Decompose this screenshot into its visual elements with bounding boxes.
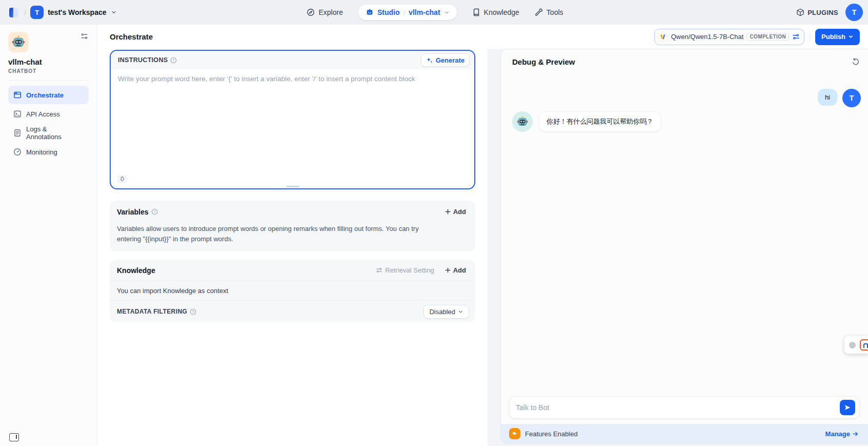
knowledge-description: You can import Knowledge as context (110, 281, 475, 300)
arrow-right-icon (852, 431, 859, 437)
add-variable-button[interactable]: Add (441, 206, 469, 218)
assistant-message-bubble: 你好！有什么问题我可以帮助你吗？ (539, 111, 661, 132)
nav-right: PLUGINS T (563, 4, 863, 21)
add-knowledge-button[interactable]: Add (441, 264, 469, 276)
info-icon[interactable]: ? (151, 208, 158, 215)
add-label: Add (453, 208, 466, 216)
chevron-down-icon[interactable] (111, 9, 117, 15)
monitoring-icon (13, 148, 22, 156)
workspace-name[interactable]: test's Workspace (48, 8, 106, 16)
dify-logo-icon[interactable] (7, 6, 20, 19)
sidebar-item-label: API Access (26, 110, 60, 118)
model-name: Qwen/Qwen1.5-7B-Chat (671, 33, 744, 41)
explore-icon (307, 8, 315, 16)
user-message-bubble: hi (818, 89, 837, 106)
widget-dot-icon (849, 342, 856, 348)
sliders-icon[interactable] (792, 33, 800, 41)
instructions-input[interactable] (111, 69, 474, 188)
character-count: 0 (117, 175, 128, 183)
chevron-down-icon[interactable] (444, 10, 450, 15)
robot-icon (366, 8, 374, 16)
window-icon (13, 91, 22, 99)
chat-message-assistant: 你好！有什么问题我可以帮助你吗？ (512, 111, 861, 132)
bot-avatar (512, 111, 533, 132)
metadata-filtering-title: METADATA FILTERING (117, 308, 187, 315)
nav-item-label: Knowledge (484, 8, 519, 16)
resize-handle[interactable] (286, 186, 299, 187)
send-button[interactable] (840, 400, 855, 415)
orchestrate-config-column: INSTRUCTIONS ? Generate (97, 49, 488, 446)
debug-zone: Debug & Preview hi T (488, 49, 868, 446)
send-icon (844, 404, 851, 411)
chat-message-user: hi T (512, 89, 861, 107)
instructions-title: INSTRUCTIONS (118, 56, 168, 64)
collapse-sidebar-icon[interactable] (9, 433, 19, 441)
nav-separator: / (24, 8, 26, 17)
knowledge-panel: Knowledge Retrieval Setting (110, 260, 475, 322)
app-name: vllm-chat (8, 57, 89, 66)
metadata-filtering-value: Disabled (429, 308, 455, 316)
nav-left: / T test's Workspace (7, 6, 307, 19)
model-selector[interactable]: Qwen/Qwen1.5-7B-Chat COMPLETION (654, 29, 804, 45)
chat-area: hi T (501, 69, 868, 396)
top-nav: / T test's Workspace Explore Studio / vl (0, 0, 868, 25)
nav-current-app[interactable]: vllm-chat (409, 8, 440, 16)
manage-label: Manage (825, 430, 850, 438)
chat-input[interactable] (516, 403, 840, 412)
instructions-panel: INSTRUCTIONS ? Generate (110, 50, 475, 189)
variables-description: Variables allow users to introduce promp… (110, 220, 442, 244)
nav-item-studio[interactable]: Studio / vllm-chat (358, 5, 457, 20)
features-icon (509, 428, 520, 439)
sidebar-item-logs-annotations[interactable]: Logs & Annotations (8, 124, 89, 142)
breadcrumb-separator: / (403, 9, 405, 16)
add-label: Add (453, 266, 466, 274)
plugins-label: PLUGINS (808, 9, 838, 16)
knowledge-book-icon (472, 8, 480, 16)
variables-panel: Variables ? Add Variables allow u (110, 201, 475, 251)
main-area: Orchestrate Qwen/Qwen1.5-7B-Chat COMPLET… (97, 25, 868, 446)
sidebar: vllm-chat CHATBOT Orchestrate API Access… (0, 25, 97, 446)
retrieval-setting-button[interactable]: Retrieval Setting (376, 266, 434, 274)
retrieval-setting-label: Retrieval Setting (385, 266, 434, 274)
plugins-box-icon (796, 8, 804, 16)
generate-button[interactable]: Generate (421, 53, 470, 67)
floating-extension-widget[interactable] (844, 336, 868, 354)
metadata-filtering-row: METADATA FILTERING ? Disabled (110, 301, 475, 322)
knowledge-title: Knowledge (117, 266, 155, 275)
plus-icon (445, 267, 451, 274)
nav-item-label: Explore (318, 8, 342, 16)
app-icon[interactable] (8, 32, 29, 52)
metadata-filtering-select[interactable]: Disabled (423, 305, 469, 319)
divider (810, 33, 810, 41)
nav-item-knowledge[interactable]: Knowledge (472, 8, 519, 16)
user-avatar[interactable]: T (845, 4, 863, 21)
sidebar-item-monitoring[interactable]: Monitoring (8, 143, 89, 161)
page-title: Orchestrate (110, 32, 153, 41)
publish-button[interactable]: Publish (815, 29, 860, 45)
plugins-button[interactable]: PLUGINS (796, 8, 838, 16)
sidebar-item-api-access[interactable]: API Access (8, 105, 89, 123)
features-enabled-label: Features Enabled (525, 430, 821, 438)
sidebar-item-label: Monitoring (26, 148, 57, 156)
nav-item-tools[interactable]: Tools (535, 8, 563, 16)
app-settings-icon[interactable] (80, 32, 89, 41)
main-header: Orchestrate Qwen/Qwen1.5-7B-Chat COMPLET… (97, 25, 868, 49)
info-icon[interactable]: ? (190, 308, 196, 315)
nav-item-label: Studio (377, 8, 400, 16)
sidebar-item-orchestrate[interactable]: Orchestrate (8, 86, 89, 104)
tools-hammer-icon (535, 8, 543, 16)
logs-icon (13, 129, 22, 137)
sidebar-item-label: Orchestrate (26, 91, 64, 99)
refresh-icon[interactable] (852, 57, 860, 66)
nav-item-explore[interactable]: Explore (307, 8, 342, 16)
info-icon[interactable]: ? (170, 57, 177, 64)
workspace-avatar[interactable]: T (30, 6, 44, 19)
variables-title: Variables (117, 208, 149, 216)
svg-text:?: ? (192, 309, 194, 314)
sliders-icon (376, 267, 382, 274)
svg-text:?: ? (153, 209, 155, 214)
manage-features-link[interactable]: Manage (825, 430, 859, 438)
model-mode-badge: COMPLETION (746, 33, 789, 41)
features-bar: Features Enabled Manage (501, 424, 868, 443)
nav-center: Explore Studio / vllm-chat Knowledge (307, 5, 563, 20)
